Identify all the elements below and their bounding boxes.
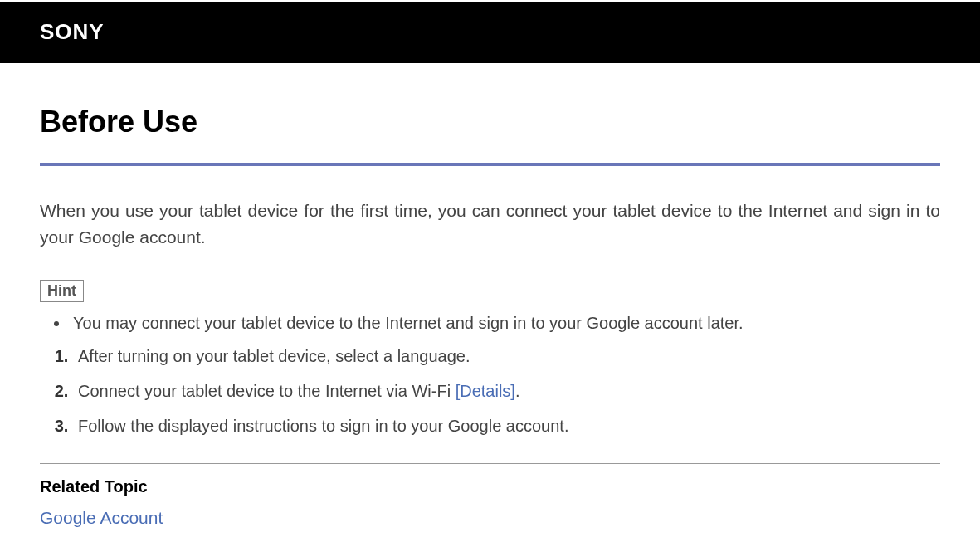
step-item: Follow the displayed instructions to sig… <box>73 413 940 438</box>
step-text-before: Connect your tablet device to the Intern… <box>78 382 456 400</box>
steps-list: After turning on your tablet device, sel… <box>40 344 940 438</box>
step-text: Follow the displayed instructions to sig… <box>78 417 568 435</box>
header: SONY <box>0 2 980 63</box>
main-content: Before Use When you use your tablet devi… <box>0 63 980 545</box>
step-item: After turning on your tablet device, sel… <box>73 344 940 369</box>
hint-list: You may connect your tablet device to th… <box>40 310 940 335</box>
related-topic-heading: Related Topic <box>40 477 940 496</box>
intro-paragraph: When you use your tablet device for the … <box>40 198 940 250</box>
details-link[interactable]: [Details] <box>456 382 515 400</box>
step-text-after: . <box>515 382 520 400</box>
hint-item: You may connect your tablet device to th… <box>70 310 940 335</box>
step-text: After turning on your tablet device, sel… <box>78 347 470 365</box>
step-item: Connect your tablet device to the Intern… <box>73 379 940 403</box>
page-title: Before Use <box>40 105 940 139</box>
related-link-google-account[interactable]: Google Account <box>40 508 163 527</box>
section-divider <box>40 463 940 464</box>
svg-text:SONY: SONY <box>40 22 105 43</box>
sony-logo: SONY <box>40 22 156 43</box>
hint-badge: Hint <box>40 280 84 302</box>
title-divider <box>40 163 940 166</box>
